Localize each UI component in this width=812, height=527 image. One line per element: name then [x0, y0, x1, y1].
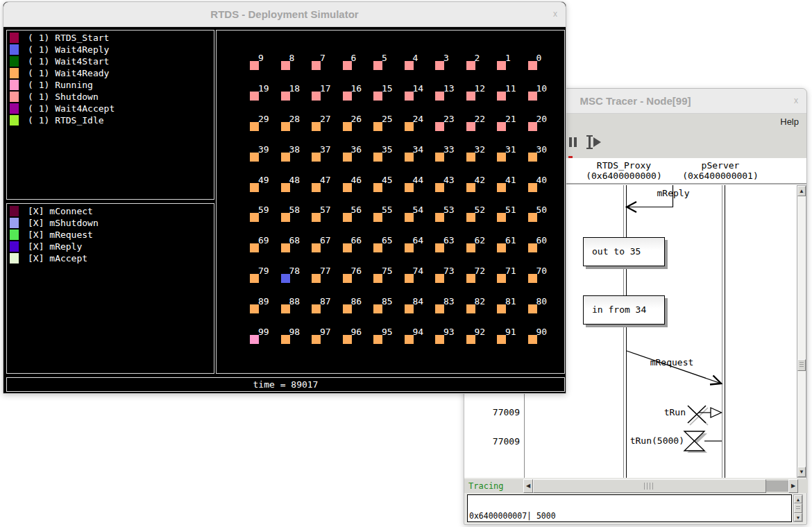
- tracing-label: Tracing: [468, 481, 504, 491]
- desktop: MSC Tracer - Node[99] x Help RTDS_Proxy …: [0, 0, 812, 527]
- message-legend-item[interactable]: [X] mConnect: [10, 205, 214, 217]
- step-icon[interactable]: [586, 135, 604, 149]
- node-state-square: [373, 335, 382, 344]
- node-state-square: [250, 304, 259, 313]
- scroll-left-button[interactable]: ◀: [523, 479, 533, 493]
- node-number: 69: [258, 236, 269, 245]
- node-cell-50: 50: [527, 205, 558, 236]
- node-state-square: [343, 61, 352, 70]
- node-cell-12: 12: [465, 84, 496, 114]
- scroll-down-button[interactable]: ▼: [797, 467, 806, 477]
- node-cell-42: 42: [465, 175, 496, 206]
- node-state-square: [281, 213, 290, 222]
- node-state-square: [528, 304, 537, 313]
- node-number: 20: [536, 114, 548, 124]
- log-scroll-up-button[interactable]: ▲: [794, 495, 802, 503]
- hscroll-thumb[interactable]: [533, 479, 766, 493]
- mrequest-arrow: [627, 351, 721, 385]
- node-grid: 9876543210191817161514131211102928272625…: [248, 53, 557, 358]
- node-cell-38: 38: [280, 145, 311, 175]
- node-number: 58: [289, 205, 301, 215]
- node-cell-45: 45: [372, 175, 403, 206]
- legend-label: [X] mRequest: [28, 230, 93, 240]
- message-legend-item[interactable]: [X] mReply: [10, 241, 214, 252]
- node-number: 46: [351, 175, 362, 185]
- node-number: 91: [505, 327, 516, 337]
- node-cell-49: 49: [248, 175, 280, 206]
- log-scroll-down-button[interactable]: ▼: [794, 513, 802, 521]
- node-cell-79: 79: [248, 266, 280, 297]
- vscroll-thumb[interactable]: [797, 359, 806, 371]
- msc-close-icon[interactable]: x: [794, 96, 798, 105]
- node-state-square: [497, 153, 506, 162]
- node-number: 88: [289, 297, 301, 306]
- scroll-right-button[interactable]: ▶: [788, 479, 798, 493]
- node-number: 64: [413, 236, 424, 245]
- legend-label: ( 1) RTDS_Idle: [28, 115, 104, 126]
- node-state-square: [373, 92, 382, 101]
- trun-timer-cancel-icon: [688, 406, 722, 425]
- chart-horizontal-scrollbar[interactable]: Tracing ◀ ▶: [464, 479, 808, 493]
- legend-label: [X] mReply: [28, 241, 82, 252]
- node-state-square: [528, 183, 537, 192]
- message-legend-item[interactable]: [X] mShutdown: [10, 217, 214, 229]
- node-number: 11: [505, 84, 516, 94]
- node-state-square: [528, 243, 537, 252]
- chart-vertical-scrollbar[interactable]: ▲ ▼: [797, 185, 806, 478]
- node-cell-93: 93: [434, 327, 465, 358]
- scroll-up-button[interactable]: ▲: [797, 186, 806, 196]
- menu-help[interactable]: Help: [780, 116, 799, 127]
- node-state-square: [528, 153, 537, 162]
- node-number: 74: [413, 266, 424, 276]
- deploy-close-icon[interactable]: x: [553, 9, 557, 19]
- node-state-square: [250, 243, 259, 252]
- state-box-label: in from 34: [592, 304, 646, 315]
- node-number: 75: [382, 266, 393, 276]
- pause-icon[interactable]: [568, 137, 578, 148]
- node-number: 62: [475, 236, 486, 245]
- node-state-square: [281, 274, 290, 283]
- message-legend-item[interactable]: [X] mAccept: [10, 252, 214, 264]
- node-number: 0: [536, 53, 542, 63]
- color-swatch: [10, 56, 19, 67]
- node-state-square: [405, 92, 414, 101]
- node-state-square: [405, 304, 414, 313]
- node-state-square: [373, 304, 382, 313]
- node-cell-77: 77: [310, 266, 341, 297]
- node-state-square: [435, 61, 444, 70]
- node-number: 67: [320, 236, 331, 245]
- node-state-square: [250, 61, 259, 70]
- node-number: 81: [505, 297, 516, 306]
- node-state-square: [405, 243, 414, 252]
- node-number: 22: [475, 114, 486, 124]
- node-number: 31: [505, 145, 516, 155]
- node-state-square: [405, 183, 414, 192]
- node-state-square: [405, 61, 414, 70]
- node-state-square: [373, 183, 382, 192]
- log-scroll-thumb[interactable]: [794, 503, 802, 513]
- hscroll-trough[interactable]: [766, 481, 788, 492]
- legend-label: ( 1) Wait4Start: [28, 56, 109, 67]
- node-number: 32: [475, 145, 486, 155]
- trun-timer-set-icon: [684, 431, 722, 453]
- node-state-square: [312, 304, 321, 313]
- trace-log[interactable]: 0x6400000007| 5000 messageSent| -t77009|…: [467, 494, 792, 522]
- node-cell-10: 10: [527, 84, 558, 114]
- column-header-pserver: pServer (0x6400000001): [661, 160, 779, 181]
- node-cell-46: 46: [341, 175, 373, 206]
- node-cell-75: 75: [372, 266, 403, 297]
- node-number: 26: [351, 114, 362, 124]
- state-legend-item: ( 1) Running: [10, 79, 214, 91]
- node-state-square: [497, 243, 506, 252]
- log-vertical-scrollbar[interactable]: ▲ ▼: [793, 494, 803, 522]
- node-number: 93: [443, 327, 455, 337]
- message-legend-item[interactable]: [X] mRequest: [10, 229, 214, 241]
- legend-label: ( 1) Wait4Reply: [28, 44, 109, 55]
- node-cell-44: 44: [403, 175, 434, 206]
- deploy-titlebar[interactable]: RTDS - Deployment Simulator x: [3, 2, 566, 27]
- node-cell-72: 72: [465, 266, 496, 297]
- mrequest-message-label: mRequest: [649, 357, 695, 368]
- node-number: 37: [320, 145, 331, 155]
- legend-label: ( 1) Running: [28, 80, 93, 90]
- node-cell-52: 52: [465, 205, 496, 236]
